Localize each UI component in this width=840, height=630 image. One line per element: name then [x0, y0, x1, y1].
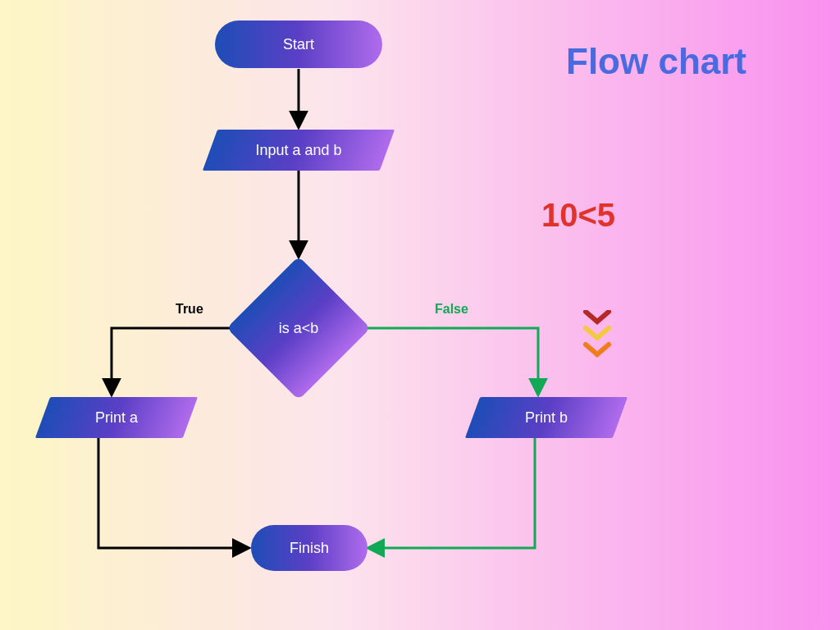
node-finish-label: Finish [290, 540, 329, 557]
edge-label-false: False [435, 302, 468, 317]
node-decision: is a<b [248, 277, 349, 379]
node-start-label: Start [283, 36, 314, 53]
diagram-title: Flow chart [566, 41, 746, 82]
edge-decision-printa [112, 328, 231, 394]
node-start: Start [215, 21, 382, 68]
flowchart-canvas: Flow chart 10<5 [0, 0, 840, 630]
node-input: Input a and b [210, 130, 387, 171]
edge-label-true: True [176, 302, 203, 317]
node-decision-label: is a<b [248, 277, 349, 379]
node-print-b-label: Print b [472, 397, 620, 438]
example-annotation: 10<5 [541, 197, 615, 234]
node-finish: Finish [251, 525, 368, 571]
node-print-a: Print a [43, 397, 190, 438]
edge-printb-finish [369, 438, 535, 548]
edge-decision-printb [368, 328, 538, 394]
chevron-stack-icon [582, 310, 612, 363]
flowchart-edges [0, 0, 840, 630]
node-print-b: Print b [472, 397, 620, 438]
node-print-a-label: Print a [43, 397, 190, 438]
node-input-label: Input a and b [210, 130, 387, 171]
edge-printa-finish [98, 438, 248, 548]
